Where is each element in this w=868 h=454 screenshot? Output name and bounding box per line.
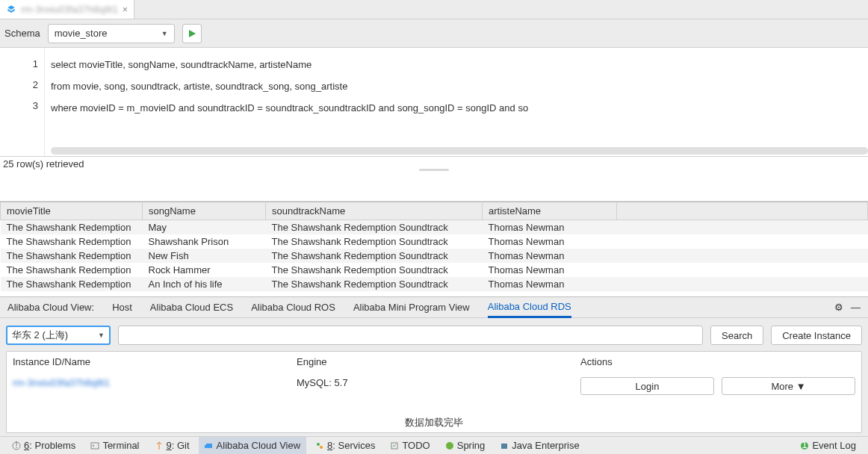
instance-engine: MySQL: 5.7 <box>297 377 580 395</box>
svg-rect-4 <box>205 445 208 448</box>
table-cell: Rock Hammer <box>143 263 266 277</box>
tool-window-terminal[interactable]: Terminal <box>84 437 145 455</box>
table-row[interactable]: The Shawshank RedemptionMayThe Shawshank… <box>1 220 868 235</box>
java-icon <box>500 441 509 450</box>
table-cell: The Shawshank Redemption <box>1 277 143 291</box>
table-cell: The Shawshank Redemption Soundtrack <box>266 220 483 235</box>
col-header-empty <box>617 202 868 220</box>
svg-point-8 <box>446 442 453 450</box>
table-cell: The Shawshank Redemption <box>1 220 143 235</box>
tool-window-services[interactable]: 8: Services <box>309 437 381 455</box>
view-tab[interactable]: Host <box>112 302 132 313</box>
git-icon <box>155 441 164 450</box>
create-instance-button[interactable]: Create Instance <box>771 326 862 345</box>
table-cell: The Shawshank Redemption Soundtrack <box>266 263 483 277</box>
problems-icon: ! <box>12 441 21 450</box>
region-value: 华东 2 (上海) <box>12 329 68 342</box>
chevron-down-icon: ▼ <box>161 30 168 37</box>
instance-id-link[interactable]: rm-3nxiu03fa37h8q8t1 <box>13 377 110 388</box>
region-select[interactable]: 华东 2 (上海) ▼ <box>6 326 111 345</box>
tool-window-todo[interactable]: TODO <box>384 437 435 455</box>
table-cell: The Shawshank Redemption Soundtrack <box>266 249 483 263</box>
event-log-button[interactable]: 1 Event Log <box>794 437 862 455</box>
col-actions: Actions <box>580 356 855 367</box>
table-cell: The Shawshank Redemption Soundtrack <box>266 277 483 291</box>
rds-footer: 数据加载完毕 <box>7 413 861 432</box>
schema-select[interactable]: movie_store ▼ <box>48 24 175 43</box>
view-tab[interactable]: Alibaba Cloud RDS <box>488 301 571 318</box>
tool-window-bar: !6: ProblemsTerminal9: GitAlibaba Cloud … <box>0 436 868 454</box>
chevron-down-icon: ▼ <box>98 332 105 339</box>
results-grid: movieTitle songName soundtrackName artis… <box>0 202 868 297</box>
table-cell: The Shawshank Redemption <box>1 234 143 249</box>
view-tab[interactable]: Alibaba Cloud ECS <box>150 302 233 313</box>
table-cell: Thomas Newman <box>483 249 617 263</box>
table-cell: The Shawshank Redemption <box>1 263 143 277</box>
run-button[interactable] <box>182 24 202 43</box>
table-cell: Thomas Newman <box>483 220 617 235</box>
table-cell: Thomas Newman <box>483 277 617 291</box>
table-cell: The Shawshank Redemption <box>1 249 143 263</box>
file-tab-name: rm-3nxiu03fa37h8q8t1 <box>21 4 118 15</box>
col-engine: Engine <box>297 356 580 367</box>
svg-rect-9 <box>501 444 507 449</box>
line-number: 3 <box>0 96 38 116</box>
tool-window-spring[interactable]: Spring <box>439 437 492 455</box>
table-cell: Thomas Newman <box>483 263 617 277</box>
horizontal-scrollbar[interactable] <box>51 147 868 155</box>
file-tab[interactable]: rm-3nxiu03fa37h8q8t1 × <box>0 0 134 19</box>
table-row[interactable]: The Shawshank RedemptionAn Inch of his l… <box>1 277 868 291</box>
rds-search-input[interactable] <box>118 326 703 345</box>
svg-text:!: ! <box>15 441 18 450</box>
terminal-icon <box>90 441 99 450</box>
line-gutter: 1 2 3 <box>0 48 45 156</box>
table-row[interactable]: The Shawshank RedemptionRock HammerThe S… <box>1 263 868 277</box>
search-button[interactable]: Search <box>710 326 763 345</box>
view-tab[interactable]: Alibaba Cloud ROS <box>251 302 335 313</box>
minimize-icon[interactable]: — <box>851 302 861 313</box>
more-button[interactable]: More ▼ <box>722 377 855 395</box>
login-button[interactable]: Login <box>580 377 714 395</box>
code-area[interactable]: select movieTitle, songName, soundtrackN… <box>45 48 868 156</box>
table-cell: Thomas Newman <box>483 234 617 249</box>
col-header[interactable]: movieTitle <box>1 202 143 220</box>
table-row[interactable]: The Shawshank RedemptionShawshank Prison… <box>1 234 868 249</box>
view-label: Alibaba Cloud View: <box>7 302 94 313</box>
panel-splitter[interactable] <box>0 172 868 202</box>
gear-icon[interactable]: ⚙ <box>834 302 843 313</box>
line-number: 1 <box>0 54 38 75</box>
sql-editor: 1 2 3 select movieTitle, songName, sound… <box>0 48 868 157</box>
schema-value: movie_store <box>55 28 108 39</box>
col-header[interactable]: soundtrackName <box>266 202 483 220</box>
table-cell: The Shawshank Redemption Soundtrack <box>266 234 483 249</box>
rds-instance-row: rm-3nxiu03fa37h8q8t1 MySQL: 5.7 Login Mo… <box>7 373 861 399</box>
table-cell: May <box>143 220 266 235</box>
rds-table-header: Instance ID/Name Engine Actions <box>7 352 861 373</box>
rds-panel: 华东 2 (上海) ▼ Search Create Instance Insta… <box>0 318 868 436</box>
close-icon[interactable]: × <box>123 4 128 15</box>
rds-search-bar: 华东 2 (上海) ▼ Search Create Instance <box>6 326 862 345</box>
editor-tab-bar: rm-3nxiu03fa37h8q8t1 × <box>0 0 868 19</box>
play-icon <box>187 29 196 38</box>
todo-icon <box>390 441 399 450</box>
cloud-icon <box>205 441 214 450</box>
tool-window-java[interactable]: Java Enterprise <box>494 437 585 455</box>
line-number: 2 <box>0 75 38 96</box>
cloud-view-tabs: Alibaba Cloud View: HostAlibaba Cloud EC… <box>0 297 868 318</box>
table-cell: An Inch of his life <box>143 277 266 291</box>
svg-text:1: 1 <box>802 441 807 450</box>
tool-window-problems[interactable]: !6: Problems <box>6 437 81 455</box>
table-cell: New Fish <box>143 249 266 263</box>
schema-label: Schema <box>4 28 40 39</box>
svg-point-5 <box>317 443 320 446</box>
col-header[interactable]: artisteName <box>483 202 617 220</box>
services-icon <box>315 441 324 450</box>
col-header[interactable]: songName <box>143 202 266 220</box>
view-tab[interactable]: Alibaba Mini Program View <box>353 302 470 313</box>
table-cell: Shawshank Prison <box>143 234 266 249</box>
col-instance: Instance ID/Name <box>13 356 297 367</box>
tool-window-git[interactable]: 9: Git <box>149 437 196 455</box>
tool-window-cloud[interactable]: Alibaba Cloud View <box>199 437 307 455</box>
rds-logo-icon <box>6 4 16 15</box>
table-row[interactable]: The Shawshank RedemptionNew FishThe Shaw… <box>1 249 868 263</box>
